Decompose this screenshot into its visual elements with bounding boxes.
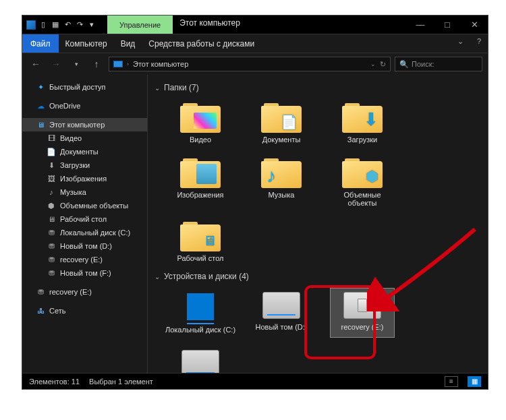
item-count: Элементов: 11 [29, 378, 80, 386]
ribbon-help-icon[interactable]: ? [470, 34, 488, 53]
video-icon: 🎞 [47, 133, 56, 143]
sidebar-recovery-e-ext[interactable]: ⛃ recovery (E:) [22, 285, 147, 299]
ribbon-drive-tools-tab[interactable]: Средства работы с дисками [142, 34, 261, 53]
drive-icon: ⛃ [47, 241, 56, 251]
folder-pictures[interactable]: Изображения [168, 154, 233, 210]
content-pane: ⌄ Папки (7) Видео 📄 Документы ⬇ Загрузки [148, 75, 488, 373]
drive-icon: ⛃ [36, 287, 45, 297]
music-overlay-icon: ♪ [266, 165, 276, 187]
view-tiles-button[interactable]: ▦ [468, 376, 481, 387]
ribbon-computer-tab[interactable]: Компьютер [59, 34, 114, 53]
tab-context-manage[interactable]: Управление [107, 16, 173, 34]
sidebar-quick-access[interactable]: ✦ Быстрый доступ [22, 80, 147, 94]
desktop-icon: 🖥 [47, 214, 56, 224]
sidebar-new-volume-d[interactable]: ⛃ Новый том (D:) [22, 239, 147, 253]
explorer-window: ▯ ▦ ↶ ↷ ▾ Управление Этот компьютер — □ … [22, 15, 488, 390]
search-placeholder: Поиск: [412, 60, 434, 68]
drive-icon: ⛃ [47, 268, 56, 278]
sidebar-video[interactable]: 🎞 Видео [22, 131, 147, 145]
doc-overlay-icon: 📄 [281, 114, 298, 130]
star-icon: ✦ [36, 82, 45, 92]
ribbon-collapse-icon[interactable]: ⌄ [451, 34, 470, 53]
status-bar: Элементов: 11 Выбран 1 элемент ≡ ▦ [22, 373, 488, 389]
drive-new-d[interactable]: Новый том (D:) [249, 288, 314, 338]
sidebar-onedrive[interactable]: ☁ OneDrive [22, 99, 147, 113]
drives-header[interactable]: ⌄ Устройства и диски (4) [154, 268, 481, 285]
qat: ▯ ▦ ↶ ↷ ▾ [22, 16, 101, 34]
sidebar: ✦ Быстрый доступ ☁ OneDrive 🖥 Этот компь… [22, 75, 148, 373]
drive-local-c[interactable]: Локальный диск (C:) [168, 288, 233, 338]
forward-button[interactable]: → [48, 56, 64, 72]
network-icon: 🖧 [36, 306, 45, 316]
ribbon: Файл Компьютер Вид Средства работы с дис… [22, 34, 488, 53]
music-icon: ♪ [47, 187, 56, 197]
folder-video[interactable]: Видео [168, 99, 233, 146]
recovery-drive-icon [343, 292, 381, 319]
ribbon-view-tab[interactable]: Вид [114, 34, 142, 53]
download-overlay-icon: ⬇ [364, 109, 378, 130]
drive-icon [181, 350, 219, 373]
picture-overlay-icon [196, 164, 217, 184]
chevron-down-icon: ⌄ [154, 84, 160, 92]
search-icon: 🔍 [399, 60, 409, 69]
document-icon: 📄 [47, 147, 56, 156]
drive-icon: ⛃ [47, 228, 56, 237]
sidebar-local-disk-c[interactable]: ⛃ Локальный диск (C:) [22, 226, 147, 239]
folder-documents[interactable]: 📄 Документы [249, 99, 314, 146]
cube-icon: ⬢ [47, 201, 56, 210]
chevron-down-icon: ⌄ [154, 273, 160, 280]
drive-recovery-e[interactable]: recovery (E:) [330, 288, 395, 338]
close-button[interactable]: ✕ [461, 16, 488, 34]
selection-count: Выбран 1 элемент [89, 378, 153, 386]
qat-redo-icon[interactable]: ↷ [75, 20, 84, 30]
sidebar-3d-objects[interactable]: ⬢ Объемные объекты [22, 199, 147, 212]
folder-music[interactable]: ♪ Музыка [249, 154, 314, 210]
address-text: Этот компьютер [133, 60, 188, 68]
drive-icon [262, 292, 300, 319]
cloud-icon: ☁ [36, 101, 45, 111]
sidebar-downloads[interactable]: ⬇ Загрузки [22, 158, 147, 172]
desktop-overlay-icon: 🖥 [203, 233, 217, 249]
folders-grid: Видео 📄 Документы ⬇ Загрузки Изображения… [154, 96, 481, 268]
windows-drive-icon [183, 292, 218, 322]
folder-downloads[interactable]: ⬇ Загрузки [330, 99, 395, 146]
folder-3d-objects[interactable]: ⬢ Объемные объекты [330, 154, 395, 210]
drive-icon: ⛃ [47, 255, 56, 264]
qat-props-icon[interactable]: ▯ [38, 20, 48, 30]
search-field[interactable]: 🔍 Поиск: [395, 57, 482, 71]
cube-overlay-icon: ⬢ [366, 168, 378, 185]
folders-header[interactable]: ⌄ Папки (7) [154, 79, 481, 96]
folder-desktop[interactable]: 🖥 Рабочий стол [168, 218, 233, 265]
recent-dropdown[interactable]: ▾ [68, 56, 84, 72]
download-icon: ⬇ [47, 160, 56, 170]
qat-undo-icon[interactable]: ↶ [63, 20, 72, 30]
sidebar-network[interactable]: 🖧 Сеть [22, 304, 147, 318]
app-icon [26, 20, 36, 30]
qat-new-icon[interactable]: ▦ [51, 20, 60, 30]
view-details-button[interactable]: ≡ [445, 376, 458, 387]
sidebar-pictures[interactable]: 🖼 Изображения [22, 172, 147, 185]
picture-icon: 🖼 [47, 174, 56, 183]
address-bar: ← → ▾ ↑ › Этот компьютер ⌄ ↻ 🔍 Поиск: [22, 53, 488, 75]
address-field[interactable]: › Этот компьютер ⌄ ↻ [109, 57, 391, 71]
sidebar-documents[interactable]: 📄 Документы [22, 145, 147, 158]
sidebar-recovery-e[interactable]: ⛃ recovery (E:) [22, 253, 147, 266]
pc-icon [113, 61, 123, 67]
ribbon-file-tab[interactable]: Файл [22, 34, 59, 53]
video-overlay-icon [194, 113, 217, 129]
maximize-button[interactable]: □ [434, 16, 461, 34]
sidebar-desktop[interactable]: 🖥 Рабочий стол [22, 212, 147, 226]
minimize-button[interactable]: — [407, 16, 434, 34]
sidebar-music[interactable]: ♪ Музыка [22, 185, 147, 199]
up-button[interactable]: ↑ [88, 56, 105, 72]
window-title: Этот компьютер [173, 16, 407, 34]
refresh-icon[interactable]: ↻ [380, 60, 386, 69]
sidebar-new-volume-f[interactable]: ⛃ Новый том (F:) [22, 266, 147, 280]
sidebar-this-pc[interactable]: 🖥 Этот компьютер [22, 118, 147, 131]
titlebar: ▯ ▦ ↶ ↷ ▾ Управление Этот компьютер — □ … [22, 16, 488, 34]
drives-grid: Локальный диск (C:) Новый том (D:) recov… [154, 285, 481, 373]
back-button[interactable]: ← [28, 56, 44, 72]
pc-icon: 🖥 [36, 120, 45, 129]
qat-chevron-icon[interactable]: ▾ [87, 20, 96, 30]
drive-new-f[interactable]: Новый том (F:) [168, 346, 233, 373]
